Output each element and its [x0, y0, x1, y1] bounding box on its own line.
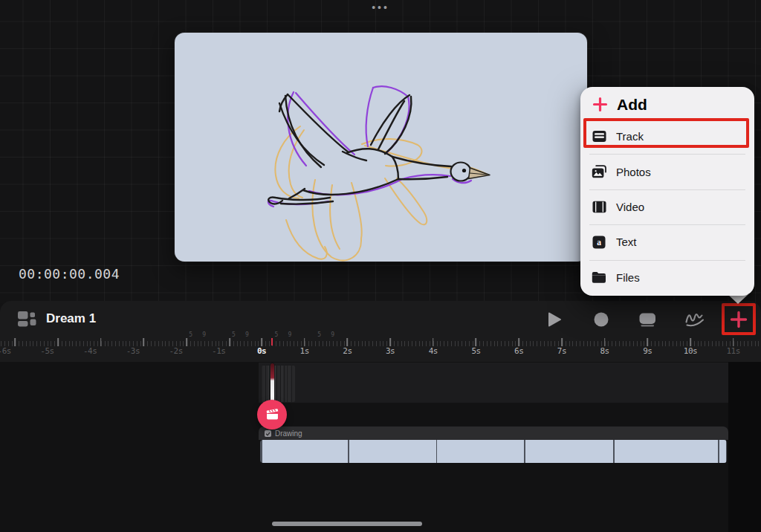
track-header[interactable]: Drawing [259, 426, 728, 440]
plus-icon [729, 310, 748, 329]
frame-thumbnail[interactable] [262, 366, 295, 402]
project-title: Dream 1 [46, 311, 96, 326]
ruler-label: 2s [343, 346, 352, 356]
record-icon [593, 311, 609, 328]
ruler-playhead-tick [271, 338, 273, 346]
bird-sketch [175, 33, 587, 262]
ruler-label: -3s [126, 346, 140, 356]
ruler-subframe-label: 9 [331, 331, 334, 338]
add-menu-header: Add [580, 87, 754, 119]
files-icon [592, 271, 606, 283]
ruler-label: 1s [300, 346, 309, 356]
draw-button[interactable] [684, 309, 706, 330]
grid-icon [18, 311, 36, 328]
add-menu: Add Track Photos Video a Text [580, 87, 754, 296]
menu-item-photos[interactable]: Photos [580, 154, 754, 189]
ruler-subframe-label: 9 [202, 331, 206, 338]
ruler-subframe-label: 9 [288, 331, 292, 338]
add-menu-title: Add [617, 96, 647, 114]
play-icon [547, 311, 562, 328]
ruler-label: 4s [429, 346, 438, 356]
timecode-display: 00:00:00.004 [19, 266, 120, 282]
panel-drag-handle[interactable]: ••• [372, 1, 389, 13]
bird-head [451, 163, 471, 181]
clip-marker-button[interactable] [257, 400, 287, 429]
ruler-subframe-label: 5 [317, 331, 321, 338]
photos-icon [592, 165, 606, 178]
plus-icon [592, 97, 608, 112]
ruler-major-ticks [0, 338, 761, 346]
ruler-label: -5s [40, 346, 54, 356]
ruler-label: 11s [727, 346, 740, 356]
menu-item-track[interactable]: Track [580, 119, 754, 154]
ruler-label: 5s [471, 346, 480, 356]
ruler-subframe-label: 5 [275, 331, 279, 338]
clip-segment[interactable] [719, 440, 726, 463]
clip-segment[interactable] [615, 440, 719, 463]
playhead[interactable] [271, 363, 274, 401]
ruler-label: -1s [212, 346, 225, 356]
menu-item-text[interactable]: a Text [580, 224, 754, 259]
clip-segment[interactable] [349, 440, 436, 463]
ruler-label: 9s [643, 346, 652, 356]
video-icon [592, 201, 606, 213]
track-lane [259, 363, 728, 403]
menu-item-video[interactable]: Video [580, 189, 754, 224]
ruler-subframe-label: 5 [189, 331, 192, 338]
ruler-subframe-label: 5 [232, 331, 236, 338]
bird-eye [462, 169, 466, 172]
add-button[interactable] [728, 309, 750, 330]
ruler-label: 6s [514, 346, 523, 356]
clip-segment[interactable] [262, 440, 349, 463]
ruler-label: 10s [684, 346, 697, 356]
track-name: Drawing [275, 429, 302, 438]
timeline-right-shade [728, 362, 761, 532]
clip-segment[interactable] [525, 440, 613, 463]
clapperboard-icon [265, 407, 280, 423]
drawing-canvas[interactable] [175, 33, 587, 262]
ruler-label: -2s [169, 346, 182, 356]
ruler-label: -4s [83, 346, 97, 356]
clip-segment[interactable] [437, 440, 524, 463]
onion-skin-orange [275, 126, 488, 260]
svg-text:a: a [597, 238, 601, 247]
scenes-icon [638, 311, 658, 328]
horizontal-scrollbar[interactable] [272, 522, 422, 526]
play-button[interactable] [543, 309, 566, 330]
draw-icon [684, 311, 705, 328]
project-switcher-button[interactable] [18, 311, 36, 328]
text-icon: a [592, 236, 606, 249]
ruler-label: 3s [386, 346, 395, 356]
timeline-ruler[interactable]: -6s-5s-4s-3s-2s-1s0s1s2s3s4s5s6s7s8s9s10… [0, 334, 761, 362]
record-button[interactable] [590, 309, 612, 330]
ruler-label: 0s [257, 346, 266, 356]
scenes-button[interactable] [637, 309, 659, 330]
ruler-label: -6s [0, 346, 11, 356]
track-icon [592, 130, 606, 143]
ruler-label: 8s [600, 346, 609, 356]
menu-item-files[interactable]: Files [580, 260, 754, 295]
app-window: ••• [0, 0, 761, 532]
ruler-subframe-label: 9 [245, 331, 249, 338]
clip-strip [260, 440, 727, 463]
track-enabled-checkbox[interactable] [265, 430, 271, 437]
ruler-label: 7s [557, 346, 566, 356]
